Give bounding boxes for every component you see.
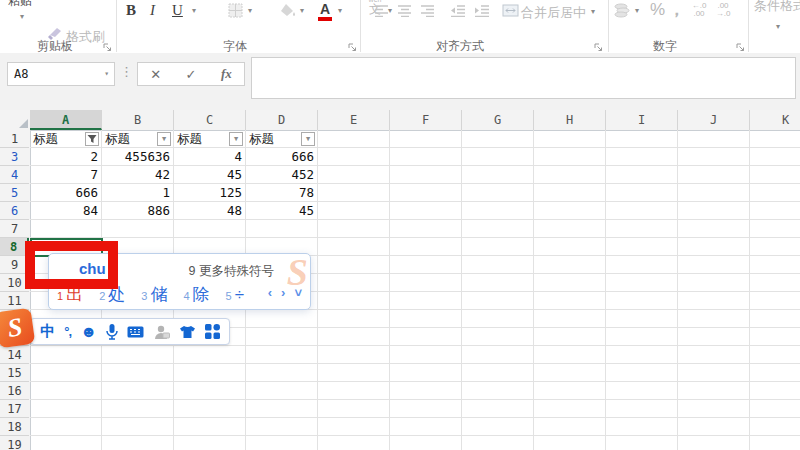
punctuation-button[interactable]: °, <box>64 324 71 339</box>
fill-color-icon[interactable] <box>280 3 297 18</box>
ime-next-page-icon[interactable]: › <box>281 285 285 300</box>
row-header-3[interactable]: 3 <box>0 148 29 166</box>
font-dialog-launcher-icon[interactable] <box>348 43 357 52</box>
name-box[interactable]: A8 ▾ <box>7 62 115 86</box>
fill-color-dropdown-icon[interactable]: ▾ <box>300 6 304 15</box>
formula-bar-resize-handle[interactable]: ⋮ <box>120 64 133 79</box>
column-header-B[interactable]: B <box>102 110 174 130</box>
underline-dropdown-icon[interactable]: ▾ <box>192 6 196 15</box>
filter-dropdown-button[interactable]: ▼ <box>229 132 243 146</box>
column-header-C[interactable]: C <box>174 110 246 130</box>
decrease-indent-icon[interactable] <box>450 5 466 17</box>
cancel-icon[interactable]: ✕ <box>150 67 161 82</box>
column-header-A[interactable]: A <box>30 110 102 130</box>
virtual-keyboard-icon[interactable] <box>127 326 144 338</box>
italic-button[interactable]: I <box>150 2 155 19</box>
align-center-icon[interactable] <box>397 5 412 17</box>
increase-decimal-button[interactable]: ←.0 .00 <box>688 2 710 18</box>
row-header-4[interactable]: 4 <box>0 166 29 184</box>
merge-center-dropdown-icon[interactable]: ▾ <box>591 7 595 16</box>
column-header-G[interactable]: G <box>462 110 534 130</box>
cell-r4-c3[interactable]: 45 <box>174 166 246 184</box>
cell-r3-c4[interactable]: 666 <box>246 148 318 166</box>
merge-center-label[interactable]: 合并后居中 <box>521 4 586 22</box>
cell-r6-c3[interactable]: 48 <box>174 202 246 220</box>
column-header-J[interactable]: J <box>678 110 750 130</box>
toolbox-button-icon[interactable] <box>205 324 220 339</box>
cell-r5-c1[interactable]: 666 <box>30 184 102 202</box>
filter-dropdown-button[interactable]: ▼ <box>157 132 171 146</box>
ime-prev-page-icon[interactable]: ‹ <box>268 285 272 300</box>
align-left-icon[interactable] <box>374 5 389 17</box>
chinese-mode-button[interactable]: 中 <box>40 322 55 341</box>
cell-r4-c2[interactable]: 42 <box>102 166 174 184</box>
borders-icon[interactable] <box>228 3 243 18</box>
row-header-15[interactable]: 15 <box>0 364 29 382</box>
conditional-format-dropdown-icon[interactable]: ▾ <box>776 22 780 31</box>
filter-dropdown-button[interactable]: ▼ <box>301 132 315 146</box>
number-dialog-launcher-icon[interactable] <box>736 43 745 52</box>
column-header-F[interactable]: F <box>390 110 462 130</box>
cell-r4-c4[interactable]: 452 <box>246 166 318 184</box>
cell-r6-c2[interactable]: 886 <box>102 202 174 220</box>
row-header-1[interactable]: 1 <box>0 130 29 148</box>
cell-header-col4[interactable]: 标题▼ <box>246 130 318 148</box>
bold-button[interactable]: B <box>126 2 136 19</box>
row-header-14[interactable]: 14 <box>0 346 29 364</box>
cell-r5-c3[interactable]: 125 <box>174 184 246 202</box>
borders-dropdown-icon[interactable]: ▾ <box>248 6 252 15</box>
account-button-icon[interactable] <box>154 325 170 339</box>
cell-r3-c2[interactable]: 455636 <box>102 148 174 166</box>
column-header-E[interactable]: E <box>318 110 390 130</box>
accounting-dropdown-icon[interactable]: ▾ <box>635 6 639 15</box>
select-all-corner[interactable] <box>0 110 31 131</box>
row-header-18[interactable]: 18 <box>0 418 29 436</box>
column-header-I[interactable]: I <box>606 110 678 130</box>
underline-button[interactable]: U <box>172 2 183 19</box>
comma-style-button[interactable]: ， <box>668 0 685 21</box>
cell-r5-c2[interactable]: 1 <box>102 184 174 202</box>
filter-funnel-button[interactable] <box>85 132 99 146</box>
emoji-button[interactable]: ☻ <box>80 323 97 341</box>
skin-button-icon[interactable] <box>179 325 196 339</box>
enter-icon[interactable]: ✓ <box>186 67 197 82</box>
voice-input-icon[interactable] <box>106 324 118 340</box>
accounting-format-icon[interactable] <box>614 3 632 18</box>
cell-r3-c3[interactable]: 4 <box>174 148 246 166</box>
font-color-button[interactable]: A <box>320 1 330 17</box>
decrease-decimal-button[interactable]: .00 →.0 <box>712 2 734 18</box>
row-header-19[interactable]: 19 <box>0 436 29 450</box>
ime-expand-icon[interactable]: ˅ <box>294 285 302 300</box>
increase-indent-icon[interactable] <box>474 5 490 17</box>
ime-candidate-4[interactable]: 4除 <box>183 283 209 306</box>
cell-r6-c1[interactable]: 84 <box>30 202 102 220</box>
row-header-11[interactable]: 11 <box>0 292 29 310</box>
cell-r6-c4[interactable]: 45 <box>246 202 318 220</box>
cell-r5-c4[interactable]: 78 <box>246 184 318 202</box>
clipboard-dialog-launcher-icon[interactable] <box>103 43 112 52</box>
ime-candidate-3[interactable]: 3储 <box>141 283 167 306</box>
cell-header-col3[interactable]: 标题▼ <box>174 130 246 148</box>
column-header-H[interactable]: H <box>534 110 606 130</box>
cell-header-col2[interactable]: 标题▼ <box>102 130 174 148</box>
conditional-format-button[interactable]: 条件格式 <box>754 0 800 15</box>
row-header-17[interactable]: 17 <box>0 400 29 418</box>
cell-r4-c1[interactable]: 7 <box>30 166 102 184</box>
align-right-icon[interactable] <box>420 5 435 17</box>
paste-button[interactable]: 粘贴 <box>8 0 32 10</box>
name-box-dropdown-icon[interactable]: ▾ <box>104 63 109 85</box>
column-header-D[interactable]: D <box>246 110 318 130</box>
cell-r3-c1[interactable]: 2 <box>30 148 102 166</box>
row-header-16[interactable]: 16 <box>0 382 29 400</box>
alignment-dialog-launcher-icon[interactable] <box>594 43 603 52</box>
paste-dropdown-icon[interactable]: ▾ <box>20 12 24 21</box>
row-header-6[interactable]: 6 <box>0 202 29 220</box>
cell-header-col1[interactable]: 标题 <box>30 130 102 148</box>
ime-candidate-5[interactable]: 5÷ <box>226 285 244 305</box>
percent-style-button[interactable]: % <box>650 0 665 20</box>
formula-input[interactable] <box>251 57 796 99</box>
font-color-dropdown-icon[interactable]: ▾ <box>338 6 342 15</box>
sogou-logo[interactable]: S <box>0 308 35 349</box>
insert-function-icon[interactable]: fx <box>221 66 232 82</box>
column-header-K[interactable]: K <box>750 110 800 130</box>
